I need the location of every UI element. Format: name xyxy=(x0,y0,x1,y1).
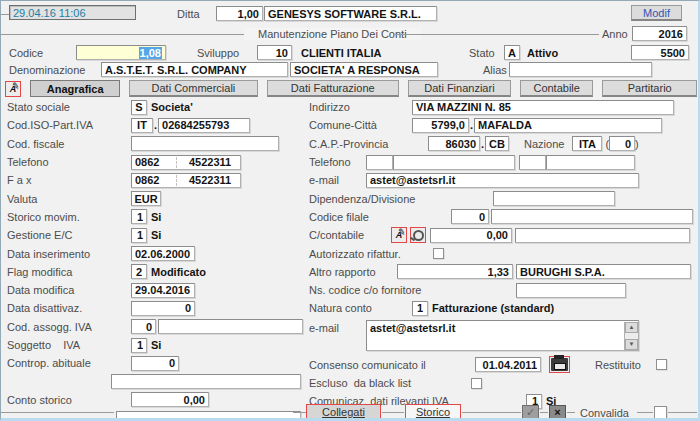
telefono2-number-field[interactable] xyxy=(393,155,515,170)
tab-partitario[interactable]: Partitario xyxy=(602,80,697,97)
telefono-label: Telefono xyxy=(7,156,131,168)
partita-iva-field[interactable]: 02684255793 xyxy=(158,118,250,133)
connector-line xyxy=(382,412,404,413)
controp-desc-field[interactable] xyxy=(111,374,301,389)
data-disattivaz-field[interactable]: 0 xyxy=(131,301,195,316)
paren-close: ) xyxy=(635,138,639,150)
codice-filale-field[interactable]: 0 xyxy=(451,209,489,224)
indirizzo-label: Indirizzo xyxy=(309,101,412,113)
indirizzo-field[interactable]: VIA MAZZINI N. 85 xyxy=(412,100,674,115)
gestione-ec-label: Gestione E/C xyxy=(7,229,131,241)
cod-assogg-iva-field[interactable]: 0 xyxy=(131,319,156,334)
natura-conto-field[interactable]: 1 xyxy=(412,301,428,316)
right-column: Indirizzo VIA MAZZINI N. 85 Comune-Città… xyxy=(309,98,699,410)
data-inserimento-field[interactable]: 02.06.2000 xyxy=(131,246,195,261)
stato-desc: Attivo xyxy=(527,47,558,59)
fax-field[interactable]: 0862 4522311 xyxy=(131,173,241,188)
form-row: Controp. abituale 0 xyxy=(7,354,307,372)
storico-button[interactable]: Storico xyxy=(405,404,461,420)
fax-number[interactable]: 4522311 xyxy=(186,174,234,186)
sviluppo-desc: CLIENTI ITALIA xyxy=(301,47,381,59)
edit-icon[interactable]: A✎ xyxy=(391,227,407,243)
conto-number-field[interactable]: 5500 xyxy=(631,45,689,60)
tab-dati-finanziari[interactable]: Dati Finanziari xyxy=(408,80,511,97)
email-field[interactable]: astet@astetsrl.it xyxy=(366,173,639,188)
fax-label: F a x xyxy=(7,174,131,186)
telefono-prefix[interactable]: 0862 xyxy=(132,156,174,168)
altro-rapporto-label: Altro rapporto xyxy=(309,266,397,278)
nazione-field[interactable]: ITA xyxy=(572,136,602,151)
comune-field[interactable]: MAFALDA xyxy=(474,118,662,133)
cod-assogg-iva-desc-field[interactable] xyxy=(158,319,303,334)
autorizzato-checkbox[interactable] xyxy=(433,248,444,259)
conto-storico-field[interactable]: 0,00 xyxy=(131,392,209,407)
convalida-label: Convalida xyxy=(580,407,629,419)
natura-conto-label: Natura conto xyxy=(309,302,412,314)
denominazione-field-2[interactable]: SOCIETA' A RESPONSA xyxy=(290,62,438,77)
connector-line xyxy=(540,412,548,413)
check-icon[interactable]: ✓ xyxy=(522,405,539,419)
gestione-ec-field[interactable]: 1 xyxy=(131,228,147,243)
tab-contabile[interactable]: Contabile xyxy=(520,80,594,97)
search-icon[interactable] xyxy=(410,227,426,243)
cod-fiscale-field[interactable] xyxy=(131,136,279,151)
autorizzato-label: Autorizzato rifattur. xyxy=(309,248,433,260)
telefono3-number-field[interactable] xyxy=(546,155,635,170)
ditta-code-field[interactable]: 1,00 xyxy=(216,6,263,21)
stato-field[interactable]: A xyxy=(504,45,520,60)
nazione-num-field[interactable]: 0 xyxy=(609,136,635,151)
anno-label: Anno xyxy=(602,28,628,40)
codice-field[interactable]: 1,08 xyxy=(76,45,166,60)
iso-field[interactable]: IT xyxy=(131,118,153,133)
codice-filale-desc-field[interactable] xyxy=(491,209,693,224)
collegati-button[interactable]: Collegati xyxy=(306,404,381,420)
telefono3-prefix-field[interactable] xyxy=(519,155,546,170)
altro-rapporto-field[interactable]: 1,33 xyxy=(397,264,513,279)
telefono-number[interactable]: 4522311 xyxy=(186,156,234,168)
comune-cod-field[interactable]: 5799,0 xyxy=(412,118,469,133)
consenso-field[interactable]: 01.04.2011 xyxy=(475,357,541,372)
chevron-down-icon[interactable]: ▼ xyxy=(625,339,638,350)
denominazione-field-1[interactable]: A.S.T.E.T. S.R.L. COMPANY xyxy=(101,62,288,77)
c-contabile-desc-field[interactable] xyxy=(515,228,690,243)
fax-prefix[interactable]: 0862 xyxy=(132,174,174,186)
telefono-field[interactable]: 0862 4522311 xyxy=(131,155,241,170)
print-icon[interactable] xyxy=(549,356,570,373)
ns-codice-field[interactable] xyxy=(516,283,626,298)
convalida-checkbox[interactable] xyxy=(654,406,667,419)
tab-anagrafica[interactable]: Anagrafica xyxy=(30,80,120,97)
escluso-checkbox[interactable] xyxy=(471,378,482,389)
scrollbar[interactable]: ▲ ▼ xyxy=(624,322,638,350)
conto-storico-desc-field[interactable] xyxy=(116,411,301,421)
restituito-checkbox[interactable] xyxy=(656,359,667,370)
cap-field[interactable]: 86030 xyxy=(428,136,480,151)
email2-textarea[interactable]: astet@astetsrl.it ▲ ▼ xyxy=(366,320,639,351)
soggetto-iva-field[interactable]: 1 xyxy=(131,338,147,353)
form-row: e-mail astet@astetsrl.it xyxy=(309,171,699,189)
anno-field[interactable]: 2016 xyxy=(632,26,687,41)
dipendenza-field[interactable] xyxy=(493,191,615,206)
flag-modifica-field[interactable]: 2 xyxy=(131,264,147,279)
controp-abituale-field[interactable]: 0 xyxy=(131,356,179,371)
data-modifica-field[interactable]: 29.04.2016 xyxy=(131,283,195,298)
ditta-name-field[interactable]: GENESYS SOFTWARE S.R.L. xyxy=(264,6,437,21)
codice-label: Codice xyxy=(9,47,43,59)
c-contabile-field[interactable]: 0,00 xyxy=(430,228,512,243)
chevron-up-icon[interactable]: ▲ xyxy=(625,322,638,333)
tab-dati-fatturazione[interactable]: Dati Fatturazione xyxy=(267,80,399,97)
sviluppo-field[interactable]: 10 xyxy=(257,45,292,60)
modif-button[interactable]: Modif xyxy=(631,5,682,21)
form-row: Valuta EUR xyxy=(7,189,307,207)
tab-dati-commerciali[interactable]: Dati Commerciali xyxy=(129,80,257,97)
altro-rapporto-desc-field[interactable]: BURUGHI S.P.A. xyxy=(516,264,691,279)
valuta-field[interactable]: EUR xyxy=(131,191,161,206)
telefono2-prefix-field[interactable] xyxy=(366,155,393,170)
form-row: Codice filale 0 xyxy=(309,208,699,226)
stato-sociale-field[interactable]: S xyxy=(131,100,147,115)
alias-field[interactable] xyxy=(509,62,652,77)
provincia-field[interactable]: CB xyxy=(485,136,509,151)
edit-icon[interactable]: A✎ xyxy=(5,81,21,97)
close-icon[interactable]: × xyxy=(549,405,566,419)
form-row: Stato sociale S Societa' xyxy=(7,98,307,116)
storico-movim-field[interactable]: 1 xyxy=(131,209,147,224)
